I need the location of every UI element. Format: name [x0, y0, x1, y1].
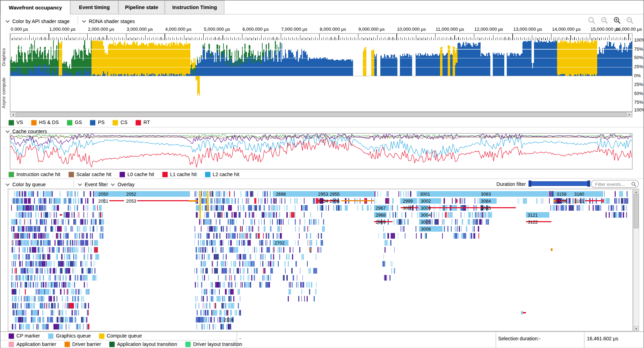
search-icon: [631, 181, 636, 188]
legend-label: Application barrier: [16, 341, 56, 347]
ruler-label: 9,000.000 µs: [358, 27, 385, 31]
timeline-h-scrollbar[interactable]: ◂ ▸: [10, 112, 632, 117]
svg-text:3083: 3083: [481, 191, 491, 197]
svg-text:2702: 2702: [275, 240, 285, 246]
duration-filter-min-handle[interactable]: [528, 181, 531, 187]
chevron-down-icon: [78, 182, 82, 186]
status-divider: [237, 332, 237, 348]
legend-label: CS: [120, 119, 127, 125]
status-middle-text: -: [239, 336, 241, 341]
legend-label: PS: [98, 119, 105, 125]
ruler-label: 3,000.000 µs: [126, 27, 153, 31]
legend-swatch-driver-barrier: [64, 341, 69, 347]
cache-counters-legend: Instruction cache hitScalar cache hitL0 …: [9, 171, 248, 178]
svg-text:2954: 2954: [318, 198, 328, 204]
svg-text:3158: 3158: [556, 191, 566, 197]
svg-text:2053: 2053: [126, 198, 136, 204]
svg-text:2953: 2953: [318, 191, 328, 197]
ruler-ticks: [10, 34, 632, 40]
percent-axis-label: 75%: [634, 100, 643, 104]
legend-item-scalar-cache-hit: Scalar cache hit: [68, 172, 111, 177]
legend-swatch-l0-cache-hit: [120, 172, 125, 177]
legend-item-instruction-cache-hit: Instruction cache hit: [9, 172, 60, 177]
cache-counters-chart[interactable]: [10, 133, 632, 169]
tab-pipeline-state[interactable]: Pipeline state: [118, 0, 165, 14]
tab-instruction-timing[interactable]: Instruction Timing: [165, 0, 225, 14]
zoom-reset-icon[interactable]: [600, 16, 609, 25]
rdna-shader-stages-label: RDNA shader stages: [89, 19, 135, 24]
legend-swatch-rt: [136, 120, 141, 125]
controls-separator: [107, 180, 107, 187]
svg-text:3121: 3121: [528, 212, 538, 218]
legend-swatch-graphics-queue: [48, 333, 53, 339]
svg-text:3006: 3006: [421, 226, 431, 232]
zoom-to-selection-icon[interactable]: [587, 16, 597, 25]
legend-item-cp-marker: CP marker: [9, 333, 40, 339]
svg-text:3005: 3005: [421, 219, 431, 225]
svg-text:2316: 2316: [224, 317, 234, 322]
legend-label: Instruction cache hit: [16, 172, 60, 177]
events-gantt-chart[interactable]: 2050205226982953295530013083315831602051…: [8, 189, 633, 331]
legend-label: L2 cache hit: [213, 172, 239, 177]
tab-label: Instruction Timing: [172, 5, 217, 10]
status-divider: [496, 332, 496, 348]
tab-wavefront-occupancy[interactable]: Wavefront occupancy: [0, 0, 70, 15]
shader-stage-legend: VSHS & DSGSPSCSRT: [9, 119, 158, 126]
legend-item-vs: VS: [9, 119, 23, 125]
legend-swatch-instruction-cache-hit: [9, 172, 14, 177]
h-scroll-thumb[interactable]: [16, 112, 627, 117]
events-v-scrollbar[interactable]: ▴ ▾: [633, 189, 639, 331]
legend-label: GS: [75, 119, 82, 125]
zoom-out-icon[interactable]: [625, 16, 635, 25]
scroll-down-button[interactable]: ▾: [634, 326, 639, 331]
tab-event-timing[interactable]: Event timing: [70, 0, 118, 14]
toolbar-separator: [78, 16, 78, 24]
event-filter-dropdown[interactable]: Event filter: [79, 181, 108, 189]
svg-text:3000: 3000: [403, 205, 413, 211]
occupancy-timeline-panel[interactable]: [10, 33, 632, 112]
legend-item-driver-barrier: Driver barrier: [64, 341, 101, 347]
percent-axis-label: 100%: [634, 107, 644, 112]
svg-text:2698: 2698: [276, 191, 286, 197]
percent-axis-label: 50%: [634, 91, 643, 96]
status-divider: [584, 332, 584, 348]
tab-label: Pipeline state: [125, 5, 158, 10]
legend-item-application-barrier: Application barrier: [9, 341, 56, 347]
zoom-in-icon[interactable]: [613, 16, 622, 25]
v-scroll-thumb[interactable]: [634, 195, 639, 228]
legend-label: L1 cache hit: [170, 172, 197, 177]
controls-separator: [74, 180, 74, 187]
event-filter-label: Event filter: [85, 182, 108, 187]
duration-filter-max-handle[interactable]: [587, 181, 590, 187]
wavefront-occupancy-view: Wavefront occupancyEvent timingPipeline …: [0, 0, 644, 348]
color-by-shader-stage-label: Color by API shader stage: [12, 19, 69, 24]
svg-text:2955: 2955: [330, 191, 340, 197]
color-by-queue-dropdown[interactable]: Color by queue: [6, 181, 46, 189]
legend-item-cs: CS: [113, 119, 127, 125]
legend-label: Compute queue: [107, 333, 142, 339]
legend-label: Driver layout transition: [193, 341, 242, 347]
duration-filter-slider[interactable]: [530, 181, 589, 186]
async-compute-track-label: Async compute: [1, 75, 6, 111]
overlay-dropdown[interactable]: Overlay: [111, 181, 134, 189]
rdna-shader-stages-dropdown[interactable]: RDNA shader stages: [83, 17, 135, 26]
cache-counters-panel[interactable]: [10, 133, 632, 169]
events-gantt-panel[interactable]: 2050205226982953295530013083315831602051…: [8, 189, 633, 331]
scroll-right-button[interactable]: ▸: [627, 112, 632, 117]
ruler-label: 2,000.000 µs: [88, 27, 114, 31]
tab-bar: Wavefront occupancyEvent timingPipeline …: [0, 0, 644, 14]
svg-text:3004: 3004: [421, 212, 431, 218]
legend-swatch-l2-cache-hit: [205, 172, 210, 177]
svg-text:2999: 2999: [403, 198, 413, 204]
legend-item-l2-cache-hit: L2 cache hit: [205, 172, 240, 177]
legend-item-gs: GS: [67, 119, 82, 125]
legend-swatch-driver-layout-transition: [185, 341, 191, 347]
svg-text:2956: 2956: [330, 198, 340, 204]
scroll-up-button[interactable]: ▴: [634, 189, 639, 194]
legend-item-application-layout-transition: Application layout transition: [109, 341, 177, 347]
scroll-left-button[interactable]: ◂: [10, 112, 15, 117]
ruler-label: 0.000 µs: [11, 27, 28, 31]
occupancy-chart[interactable]: [10, 40, 632, 112]
color-by-shader-stage-dropdown[interactable]: Color by API shader stage: [6, 17, 70, 26]
ruler-label: 16,000.00 µs: [616, 27, 642, 31]
